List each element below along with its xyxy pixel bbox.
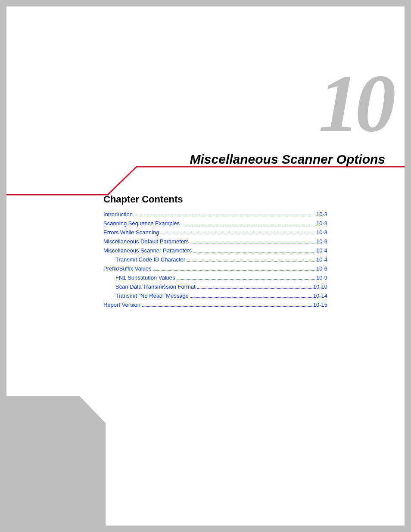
toc-page: 10-14 [313,292,327,299]
toc-page: 10-9 [316,274,327,281]
toc-leader-dots [193,252,314,252]
toc-entry[interactable]: Errors While Scanning10-3 [103,229,327,236]
toc-entry[interactable]: Miscellaneous Scanner Parameters10-4 [103,247,327,254]
toc-page: 10-3 [316,220,327,227]
toc-list: Introduction10-3Scanning Sequence Exampl… [103,211,327,308]
bottom-wedge [6,396,106,526]
toc-entry[interactable]: Introduction10-3 [103,211,327,218]
chapter-number: 10 [318,62,392,144]
toc-entry[interactable]: Miscellaneous Default Parameters10-3 [103,238,327,245]
toc-entry[interactable]: Scanning Sequence Examples10-3 [103,220,327,227]
toc-page: 10-3 [316,229,327,236]
toc-label: Transmit Code ID Character [115,256,185,263]
toc-label: Introduction [103,211,133,218]
toc-leader-dots [187,261,314,261]
toc-label: Transmit “No Read” Message [115,292,189,299]
toc-page: 10-3 [316,238,327,245]
toc-entry[interactable]: Scan Data Transmission Format10-10 [103,283,327,290]
toc-leader-dots [181,224,314,225]
toc-page: 10-10 [313,283,327,290]
toc-leader-dots [134,215,314,216]
chapter-contents: Chapter Contents Introduction10-3Scannin… [103,194,327,311]
toc-entry[interactable]: Report Version10-15 [103,302,327,308]
toc-leader-dots [142,306,311,307]
toc-leader-dots [190,243,314,243]
toc-page: 10-6 [316,265,327,272]
toc-leader-dots [177,279,314,280]
toc-entry[interactable]: Prefix/Suffix Values10-6 [103,265,327,272]
toc-leader-dots [190,297,311,298]
toc-leader-dots [161,233,314,234]
toc-leader-dots [153,270,314,271]
page: 10 Miscellaneous Scanner Options Chapter… [6,6,405,526]
toc-label: Scanning Sequence Examples [103,220,180,227]
toc-leader-dots [197,288,311,289]
toc-label: Prefix/Suffix Values [103,265,152,272]
contents-heading: Chapter Contents [103,194,327,205]
toc-label: FN1 Substitution Values [115,274,175,281]
toc-entry[interactable]: FN1 Substitution Values10-9 [103,274,327,281]
toc-label: Scan Data Transmission Format [115,283,196,290]
svg-marker-0 [6,396,106,526]
toc-page: 10-3 [316,211,327,218]
toc-page: 10-4 [316,256,327,263]
toc-label: Errors While Scanning [103,229,159,236]
toc-page: 10-15 [313,302,327,308]
toc-page: 10-4 [316,247,327,254]
chapter-title: Miscellaneous Scanner Options [190,152,385,167]
toc-entry[interactable]: Transmit Code ID Character10-4 [103,256,327,263]
toc-entry[interactable]: Transmit “No Read” Message10-14 [103,292,327,299]
toc-label: Report Version [103,302,140,308]
toc-label: Miscellaneous Scanner Parameters [103,247,192,254]
toc-label: Miscellaneous Default Parameters [103,238,189,245]
